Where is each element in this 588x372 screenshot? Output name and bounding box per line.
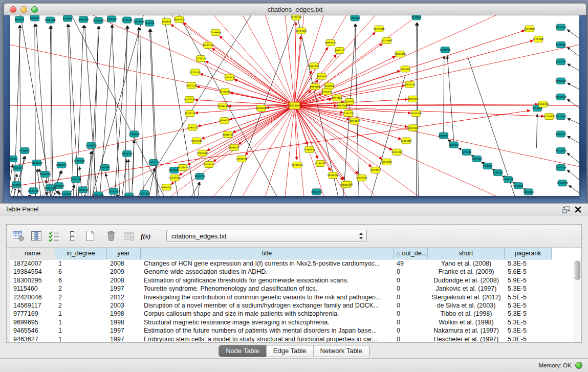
network-node[interactable]: 12161230: [343, 111, 354, 117]
table-row[interactable]: 1456911722003Disruption of a novel membe…: [10, 301, 573, 310]
network-node[interactable]: 12975115: [404, 81, 416, 87]
network-node[interactable]: 6963127: [335, 48, 344, 54]
network-node[interactable]: 12351597: [61, 191, 72, 196]
network-node[interactable]: 16184574: [292, 162, 303, 168]
delete-column-icon[interactable]: [104, 229, 118, 243]
column-header-in-degree[interactable]: in_degree: [55, 248, 107, 259]
network-node[interactable]: 18300295: [256, 105, 267, 111]
network-node[interactable]: 7463822: [162, 18, 171, 25]
scrollbar-thumb[interactable]: [575, 261, 580, 280]
close-panel-icon[interactable]: [574, 205, 583, 214]
network-node[interactable]: 15276021: [93, 17, 104, 24]
column-header-out-de-[interactable]: △out_de...: [394, 248, 428, 259]
network-node[interactable]: 16210643: [555, 114, 567, 120]
network-node[interactable]: 25160550: [108, 188, 119, 194]
network-node[interactable]: 3931594: [13, 165, 23, 171]
network-node[interactable]: 9777169: [332, 95, 342, 101]
network-node[interactable]: 16961910: [325, 39, 336, 46]
network-node[interactable]: 9474444: [462, 149, 471, 155]
table-row[interactable]: 1938455462009Genome-wide association stu…: [10, 268, 573, 276]
network-node[interactable]: 15124517: [370, 167, 381, 173]
network-node[interactable]: 6466160: [107, 16, 117, 22]
network-node[interactable]: 2087682: [350, 15, 360, 21]
network-node[interactable]: 10719185: [121, 17, 133, 23]
network-node[interactable]: 11506813: [19, 147, 30, 154]
network-node[interactable]: 9227349: [556, 59, 565, 65]
column-header-short[interactable]: short: [428, 248, 505, 259]
network-node[interactable]: 10107427: [407, 96, 419, 102]
network-node[interactable]: 9245012: [513, 183, 523, 189]
network-node[interactable]: 10844962: [523, 189, 534, 195]
network-node[interactable]: 14267123: [184, 111, 195, 117]
network-node[interactable]: 13051598: [77, 187, 89, 193]
network-node[interactable]: 16782759: [194, 173, 205, 180]
network-window-titlebar[interactable]: citations_edges.txt: [4, 3, 586, 15]
network-node[interactable]: 20691406: [45, 17, 56, 23]
column-header-name[interactable]: name: [10, 248, 55, 259]
network-node[interactable]: 12836213: [224, 74, 235, 80]
network-node[interactable]: 14671235: [186, 82, 197, 89]
network-node[interactable]: 6791914: [483, 163, 492, 169]
network-node[interactable]: 9329966: [556, 41, 565, 48]
network-node[interactable]: 16154808: [374, 26, 385, 32]
network-node[interactable]: 15184573: [304, 146, 315, 152]
network-node[interactable]: 2935114: [472, 156, 482, 162]
network-node[interactable]: 11451944: [74, 158, 85, 164]
network-node[interactable]: 15134575: [311, 189, 322, 195]
network-node[interactable]: 15151593: [139, 190, 150, 196]
network-node[interactable]: 13621345: [191, 138, 202, 144]
network-node[interactable]: 18724007: [289, 102, 300, 109]
create-column-icon[interactable]: [83, 229, 97, 243]
network-node[interactable]: 11635442: [169, 175, 180, 181]
float-window-icon[interactable]: [561, 205, 571, 214]
network-node[interactable]: 8938923: [439, 133, 448, 139]
table-row[interactable]: 946362711997Embryonic stem cells: a mode…: [10, 335, 573, 342]
function-builder-icon[interactable]: f(x): [140, 229, 154, 243]
network-node[interactable]: 12444134: [555, 94, 567, 100]
network-node[interactable]: 9121072: [322, 89, 332, 95]
network-node[interactable]: 14257527: [184, 96, 195, 102]
network-node[interactable]: 16836717: [228, 144, 239, 150]
table-row[interactable]: 946554611997Estimation of the future num…: [10, 326, 573, 335]
table-options-icon[interactable]: [12, 229, 25, 243]
table-row[interactable]: 911546021997Tourette syndrome. Phenomeno…: [10, 285, 573, 293]
tab-network-table[interactable]: Network Table: [313, 345, 369, 357]
network-node[interactable]: 9397588: [100, 164, 110, 170]
network-node[interactable]: 7955812: [317, 73, 326, 79]
memory-status-indicator[interactable]: [575, 362, 582, 369]
network-node[interactable]: 12213967: [381, 37, 393, 43]
network-node[interactable]: 20206576: [85, 142, 97, 148]
network-node[interactable]: 11568189: [31, 160, 42, 166]
network-node[interactable]: 9623557: [14, 16, 24, 23]
network-node[interactable]: 6961758: [309, 63, 319, 69]
network-node[interactable]: 10151594: [28, 188, 39, 194]
network-node[interactable]: 10954022: [503, 177, 514, 183]
network-node[interactable]: 15692971: [555, 131, 567, 137]
network-node[interactable]: 13751347: [189, 69, 201, 75]
tab-edge-table[interactable]: Edge Table: [266, 345, 313, 357]
table-row[interactable]: 1872400712008Changes of HCN gene express…: [10, 259, 573, 268]
table-row[interactable]: 977716911998Corpus callosum shape and si…: [10, 310, 573, 318]
row-height-icon[interactable]: [66, 229, 79, 243]
network-node[interactable]: 14240707: [202, 42, 213, 48]
network-node[interactable]: 9165845: [63, 15, 73, 21]
network-node[interactable]: 11544909: [410, 111, 422, 117]
table-row[interactable]: 1830029562008Estimation of significance …: [10, 276, 573, 285]
network-canvas[interactable]: 9623557943557420691406916584510653287152…: [10, 15, 579, 196]
network-node[interactable]: 12213987: [533, 36, 544, 42]
table-row[interactable]: 969969511998Structural magnetic resonanc…: [10, 318, 573, 326]
network-node[interactable]: 14957904: [407, 125, 419, 131]
network-node[interactable]: 16001972: [173, 16, 185, 23]
network-node[interactable]: 14671958: [133, 18, 144, 25]
network-node[interactable]: 19184577: [340, 182, 352, 188]
network-node[interactable]: 13936214: [217, 103, 228, 109]
network-node[interactable]: 17016504: [555, 147, 567, 154]
network-node[interactable]: 22068838: [210, 29, 221, 35]
column-header-title[interactable]: title: [141, 248, 394, 259]
show-columns-icon[interactable]: [30, 229, 43, 243]
network-node[interactable]: 12093832: [555, 78, 567, 84]
network-node[interactable]: 12391712: [187, 124, 198, 130]
table-selector-dropdown[interactable]: citations_edges.txt: [166, 230, 367, 242]
network-node[interactable]: 17359924: [128, 131, 140, 137]
network-node[interactable]: 17957225: [148, 159, 159, 165]
